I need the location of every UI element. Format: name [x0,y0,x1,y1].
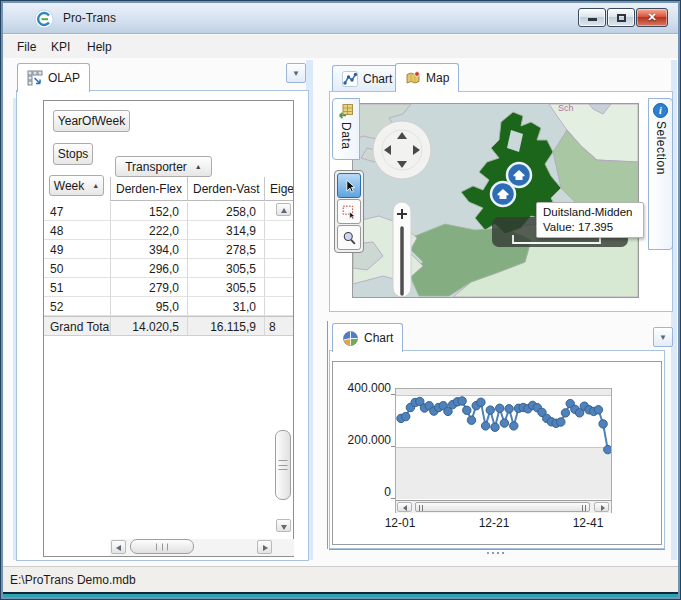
table-row[interactable]: 47 152,0 258,0 [44,202,293,221]
close-button[interactable]: ✕ [636,8,668,27]
map-icon [405,70,421,86]
chart-panel-menu-button[interactable]: ▼ [653,327,673,347]
magnifier-icon [341,230,357,246]
rectangle-select-tool-button[interactable] [337,199,361,224]
scroll-down-button[interactable] [276,519,291,532]
select-tool-button[interactable] [337,173,361,198]
minimize-button[interactable] [578,8,606,27]
x-tick-label: 12-21 [474,516,514,530]
data-point[interactable] [510,422,518,430]
pan-control[interactable] [373,121,431,179]
cell-value: 314,9 [187,221,264,240]
field-transporter-button[interactable]: Transporter ▲ [115,156,212,177]
tab-chart-bottom[interactable]: Chart [332,323,403,352]
map-data-tab[interactable]: Data [332,98,360,160]
column-header[interactable]: Derden-Flex [110,177,187,201]
map-marker-depot[interactable] [491,182,515,206]
bottom-splitter-grip[interactable] [487,552,489,554]
data-point[interactable] [594,406,602,414]
zoom-tool-button[interactable] [337,225,361,250]
data-point[interactable] [402,412,410,420]
data-point[interactable] [599,420,607,428]
field-yearofweek-button[interactable]: YearOfWeek [53,110,130,132]
data-point[interactable] [505,405,513,413]
cell-value: 8 [264,316,293,336]
chart-range-scrollbar[interactable] [396,500,611,513]
plot-area[interactable] [395,388,612,513]
tab-chart-top[interactable]: Chart [332,65,402,92]
range-handle-right[interactable] [582,505,586,511]
status-bar: E:\ProTrans Demo.mdb [3,566,678,592]
cell-value: 95,0 [110,297,187,316]
cell-value: 14.020,5 [110,316,187,336]
data-point[interactable] [477,398,485,406]
field-stops-button[interactable]: Stops [53,143,93,165]
range-handle-left[interactable] [419,505,423,511]
dock-separator-bottom [329,549,665,550]
x-tick-label: 12-01 [380,516,420,530]
cell-value [264,278,293,297]
menu-file[interactable]: File [13,39,40,55]
data-point[interactable] [561,409,569,417]
menu-help[interactable]: Help [83,39,116,55]
olap-panel-menu-button[interactable]: ▼ [286,63,306,83]
map-selection-tab-label: Selection [654,121,668,175]
cell-value: 296,0 [110,259,187,278]
map-svg: Sch [353,104,638,297]
table-row[interactable]: 48 222,0 314,9 [44,221,293,240]
data-point[interactable] [496,404,504,412]
data-point[interactable] [458,397,466,405]
map-selection-tab[interactable]: i Selection [648,98,673,250]
title-bar[interactable]: Pro-Trans ✕ [3,3,678,34]
row-header: 50 [44,259,110,278]
scroll-up-button[interactable] [276,203,291,216]
y-axis-label: 0 [337,485,391,499]
maximize-button[interactable] [607,8,635,27]
cell-value: 152,0 [110,202,187,221]
cell-value: 305,5 [187,259,264,278]
table-row[interactable]: 52 95,0 31,0 [44,297,293,316]
info-icon: i [653,103,668,118]
close-icon: ✕ [637,11,667,24]
y-axis-label: 400.000 [337,381,391,395]
column-header-row: Derden-Flex Derden-Vast Eigen [110,177,293,201]
data-point[interactable] [481,422,489,430]
data-point[interactable] [491,423,499,431]
data-point[interactable] [486,406,494,414]
column-header[interactable]: Derden-Vast [187,177,264,201]
map-zoom-slider[interactable] [393,202,411,297]
scroll-right-button[interactable] [257,540,272,554]
tab-map[interactable]: Map [395,63,459,92]
app-logo-icon [34,9,54,29]
map-canvas[interactable]: Sch [352,103,639,298]
olap-grid-icon [27,70,43,86]
table-row[interactable]: 51 279,0 305,5 [44,278,293,297]
map-data-tab-label: Data [339,122,353,149]
grand-total-row[interactable]: Grand Total 14.020,5 16.115,9 8 [44,316,293,336]
scroll-left-button[interactable] [111,540,126,554]
table-row[interactable]: 49 394,0 278,5 [44,240,293,259]
horizontal-scrollbar[interactable] [110,539,294,556]
table-row[interactable]: 50 296,0 305,5 [44,259,293,278]
sort-asc-icon: ▲ [92,182,99,189]
data-point[interactable] [500,419,508,427]
data-point[interactable] [463,406,471,414]
marquee-icon [341,204,357,220]
vertical-scrollbar-thumb[interactable] [275,430,291,500]
tooltip-region-name: Duitsland-Midden [543,205,637,220]
menu-kpi[interactable]: KPI [47,39,74,55]
horizontal-scrollbar-thumb[interactable] [130,539,194,554]
field-week-button[interactable]: Week ▲ [49,175,104,196]
row-header: 49 [44,240,110,259]
data-point[interactable] [467,416,475,424]
row-header: 52 [44,297,110,316]
tab-olap[interactable]: OLAP [17,63,90,92]
column-header[interactable]: Eigen [264,177,293,201]
tab-map-label: Map [426,71,449,85]
data-point[interactable] [557,418,565,426]
range-left-button[interactable] [397,502,412,512]
range-thumb[interactable] [415,502,590,512]
data-point[interactable] [604,445,611,453]
cell-value: 305,5 [187,278,264,297]
range-right-button[interactable] [594,502,609,512]
